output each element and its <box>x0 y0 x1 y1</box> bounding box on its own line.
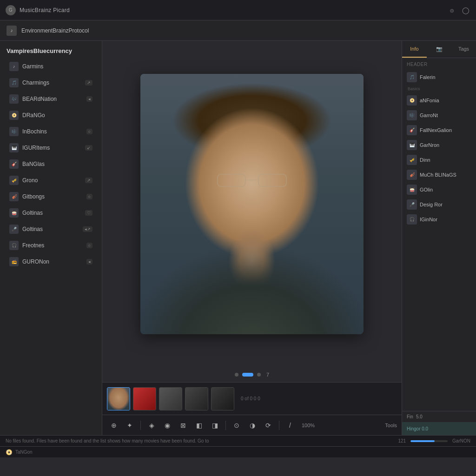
filmstrip-thumb-1[interactable] <box>107 387 130 410</box>
sidebar-icon-9: 🥁 <box>9 208 19 218</box>
rp-label-0: Falerin <box>420 74 436 80</box>
rp-item-5[interactable]: 🎺 Dinn <box>407 152 471 167</box>
tool-rotate-button[interactable]: ⟳ <box>261 418 275 432</box>
rp-item-6[interactable]: 🎻 MuCh BLINaGS <box>407 167 471 182</box>
sidebar-badge-9: ♡ <box>85 210 93 216</box>
sidebar-badge-2: ◂ <box>86 96 93 102</box>
rp-item-7[interactable]: 🥁 GOlin <box>407 182 471 197</box>
rp-item-3[interactable]: 🎸 FallNexGalion <box>407 123 471 138</box>
dot-1[interactable] <box>235 373 238 377</box>
tool-rect-button[interactable]: ⊠ <box>176 418 190 432</box>
tool-circle-button[interactable]: ◉ <box>160 418 174 432</box>
sidebar-item-0[interactable]: ♪ Garmins <box>3 59 99 74</box>
tool-slash-button[interactable]: / <box>283 418 297 432</box>
rp-item-0[interactable]: 🎵 Falerin <box>407 70 471 85</box>
rp-item-8[interactable]: 🎤 Desig Ror <box>407 197 471 212</box>
sidebar-badge-5: ↙ <box>85 145 93 151</box>
bottom-status-text: TaNGon <box>15 450 33 455</box>
filmstrip-thumb-4[interactable] <box>185 387 208 410</box>
user-icon[interactable]: ◯ <box>461 6 470 15</box>
sidebar-badge-10: ◂↗ <box>83 226 93 232</box>
sidebar-icon-8: 🎻 <box>9 192 19 201</box>
dot-2[interactable] <box>242 373 253 377</box>
rp-label-2: GarroNt <box>420 112 438 118</box>
rp-divider-label: Basics <box>407 86 471 91</box>
sidebar-item-3[interactable]: 📀 DRaNGo <box>3 107 99 123</box>
sidebar-label-9: Goltinas <box>22 210 81 216</box>
sidebar-item-10[interactable]: 🎤 Goltinas ◂↗ <box>3 221 99 237</box>
sidebar-section-title: VampiresBluecurrency <box>0 41 102 58</box>
sidebar-icon-12: 📻 <box>9 257 19 266</box>
tool-star-button[interactable]: ✦ <box>123 418 137 432</box>
sidebar-item-8[interactable]: 🎻 Gitbongs ○ <box>3 189 99 205</box>
sidebar-item-9[interactable]: 🥁 Goltinas ♡ <box>3 205 99 221</box>
tool-half-button[interactable]: ◑ <box>245 418 259 432</box>
sidebar-item-4[interactable]: 🎼 InBochins ○ <box>3 124 99 139</box>
sidebar-icon-4: 🎼 <box>9 127 19 136</box>
rp-label-5: Dinn <box>420 157 430 163</box>
rp-tab-info[interactable]: Info <box>402 41 427 58</box>
rp-bottom-label1: Fin <box>407 414 413 419</box>
app-logo: G <box>6 5 16 15</box>
rp-icon-5: 🎺 <box>407 155 417 165</box>
rp-tab-tags[interactable]: Tags <box>451 41 476 58</box>
network-icon[interactable]: ⌾ <box>447 6 456 15</box>
sidebar-label-0: Garmins <box>22 63 93 70</box>
secondbar: ♪ EnvironmentBrainzProtocol <box>0 20 476 41</box>
thumb-img-4 <box>185 388 208 410</box>
tool-left-button[interactable]: ◧ <box>192 418 206 432</box>
filmstrip-info: 0 of 0 0 0 <box>241 396 260 401</box>
rp-icon-9: 🎧 <box>407 214 417 225</box>
rp-tab-camera-icon: 📷 <box>436 46 443 52</box>
thumb-img-5 <box>212 388 234 410</box>
statusbar: No files found. Files have been found an… <box>0 435 476 446</box>
tool-focus-button[interactable]: ⊙ <box>230 418 244 432</box>
sidebar-item-2[interactable]: 🎶 BEARdNation ◂ <box>3 91 99 107</box>
sidebar-icon-11: 🎧 <box>9 241 19 250</box>
sidebar-item-7[interactable]: 🎺 Grono ↗ <box>3 172 99 188</box>
dot-3[interactable] <box>257 373 261 377</box>
statusbar-progress <box>410 440 448 442</box>
glasses-overlay <box>215 174 289 190</box>
sidebar-label-2: BEARdNation <box>22 96 83 102</box>
rp-item-4[interactable]: 🎹 GarNron <box>407 138 471 152</box>
rp-icon-3: 🎸 <box>407 125 417 135</box>
rp-item-2[interactable]: 🎼 GarroNt <box>407 108 471 123</box>
rp-tab-camera[interactable]: 📷 <box>427 41 451 58</box>
sidebar-icon-10: 🎤 <box>9 225 19 234</box>
rp-icon-6: 🎻 <box>407 170 417 180</box>
sidebar-label-4: InBochins <box>22 128 83 135</box>
sidebar-badge-4: ○ <box>86 129 93 134</box>
filmstrip-thumb-3[interactable] <box>159 387 182 410</box>
sidebar-item-6[interactable]: 🎸 BaNGlas <box>3 156 99 172</box>
bottom-status: 📀 TaNGon <box>0 446 476 457</box>
rp-progress-label: Hingor 0.0 <box>407 426 428 431</box>
thumb-img-3 <box>159 388 182 410</box>
rp-item-1[interactable]: 📀 aNFonia <box>407 93 471 108</box>
rp-label-3: FallNexGalion <box>420 127 452 133</box>
sidebar-item-12[interactable]: 📻 GURONon ◂ <box>3 254 99 270</box>
rp-tab-info-label: Info <box>410 46 418 52</box>
app-title: MusicBrainz Picard <box>20 7 70 13</box>
rp-label-7: GOlin <box>420 187 433 192</box>
sidebar-label-10: Goltinas <box>22 226 79 232</box>
sidebar-item-11[interactable]: 🎧 Freotnes ○ <box>3 238 99 253</box>
rp-item-9[interactable]: 🎧 IGinNor <box>407 212 471 227</box>
filmstrip-thumb-2[interactable] <box>133 387 156 410</box>
rp-icon-1: 📀 <box>407 95 417 106</box>
tool-select-button[interactable]: ◈ <box>145 418 159 432</box>
rp-bottom-label2: 5.0 <box>416 414 423 419</box>
tool-add-button[interactable]: ⊕ <box>107 418 121 432</box>
sidebar-badge-12: ◂ <box>86 259 93 264</box>
rp-label-6: MuCh BLINaGS <box>420 172 456 178</box>
sidebar-item-1[interactable]: 🎵 Charmings ↗ <box>3 75 99 91</box>
rp-icon-8: 🎤 <box>407 199 417 210</box>
rp-tab-tags-label: Tags <box>458 46 469 52</box>
sidebar-item-5[interactable]: 🎹 IGURItems ↙ <box>3 140 99 156</box>
topbar-right: ⌾ ◯ <box>447 6 470 15</box>
bottom-toolbar: ⊕ ✦ ◈ ◉ ⊠ ◧ ◨ ⊙ ◑ ⟳ / 100% Tools <box>102 415 402 435</box>
filmstrip-thumb-5[interactable] <box>211 387 234 410</box>
sidebar-label-11: Freotnes <box>22 242 83 249</box>
sidebar-icon-3: 📀 <box>9 111 19 120</box>
tool-right-button[interactable]: ◨ <box>208 418 222 432</box>
